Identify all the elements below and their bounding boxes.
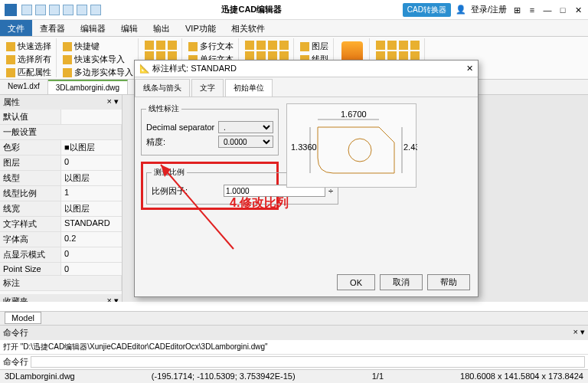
user-icon[interactable]: 👤 [456,5,466,15]
scale-legend: 测量比例 [152,167,187,178]
qa-icon[interactable] [21,5,32,15]
selectall-icon [6,55,15,64]
model-tab[interactable]: Model [5,312,41,324]
dim-left: 1.3360 [291,142,317,152]
status-coords: (-195.1714; -110.5309; 3.753942E-15) [152,372,296,381]
dim-icon[interactable] [268,41,277,50]
prop-linetype: 线型 [0,171,61,185]
match-icon [6,68,15,77]
cad-convert-badge[interactable]: CAD转换器 [403,3,451,17]
dim-top: 1.6700 [341,110,367,119]
edit-icon[interactable] [387,41,397,50]
prop-ltscale-val[interactable]: 1 [61,186,122,201]
prop-pointsize: Point Size [0,263,61,275]
ribbon-entityimport[interactable]: 快速实体导入 [63,53,133,66]
select-icon [6,42,15,51]
minimize-icon[interactable]: — [542,5,553,15]
tab-convert[interactable]: 编辑 [113,20,145,36]
qa-icon[interactable] [35,5,46,15]
precision-select[interactable]: 0.0000 [218,136,273,148]
shape-icon[interactable] [145,41,154,50]
prop-ltscale: 线型比例 [0,186,61,201]
ok-button[interactable]: OK [337,274,375,290]
prop-linetype-val[interactable]: 以图层 [61,171,122,185]
edit-icon[interactable] [376,41,385,50]
cmd-history: 打开 "D:\迅捷CAD编辑器\XunjieCADEditor\CADEdito… [0,340,588,354]
maximize-icon[interactable]: □ [557,5,568,15]
cancel-button[interactable]: 取消 [380,274,423,290]
dialog-title: 标注样式: STANDARD [152,64,237,73]
qa-icon[interactable] [90,5,101,15]
edit-icon[interactable] [410,41,420,50]
qa-icon[interactable] [63,5,74,15]
ribbon-selectall[interactable]: 选择所有 [6,53,51,66]
dlgtab-units[interactable]: 初始单位 [225,79,273,97]
ribbon-quickselect[interactable]: 快速选择 [6,40,51,53]
prop-color-val[interactable]: ■以图层 [61,140,122,155]
cmd-input[interactable] [31,356,585,368]
prop-color: 色彩 [0,140,61,155]
favorites-title: 收藏夹 [3,296,28,302]
cmd-close-icon[interactable]: × ▾ [573,327,585,339]
ribbon-matchprops[interactable]: 匹配属性 [6,66,51,79]
annotation-section[interactable]: 标注 [0,276,122,290]
props-title: 属性 [3,97,20,108]
ribbon-polyimport[interactable]: 多边形实体导入 [63,66,133,79]
dialog-icon: 📐 [139,64,150,73]
close-icon[interactable]: ✕ [573,5,583,15]
prop-pointsize-val[interactable]: 0 [61,263,122,275]
menu-icon[interactable]: ≡ [527,5,537,15]
ribbon-shortcut[interactable]: 快捷键 [63,40,133,53]
dim-icon[interactable] [279,41,289,50]
pane-close-icon[interactable]: × ▾ [107,97,119,108]
key-icon [63,42,72,51]
help-button[interactable]: 帮助 [427,274,470,290]
tab-editor[interactable]: 编辑器 [73,20,113,36]
dialog-close-icon[interactable]: ✕ [466,64,473,74]
tab-viewer[interactable]: 查看器 [32,20,73,36]
layer-icon [300,42,309,51]
pane-close-icon[interactable]: × ▾ [107,296,119,302]
login-link[interactable]: 登录/注册 [471,4,507,15]
prop-textstyle-val[interactable]: STANDARD [61,217,122,231]
factor-label: 比例因子: [152,185,220,197]
filetab-lambo[interactable]: 3DLamborgini.dwg [48,80,128,94]
prop-lineweight-val[interactable]: 以图层 [61,201,122,216]
dimstyle-dialog: 📐 标注样式: STANDARD ✕ 线条与箭头 文字 初始单位 线性标注 De… [134,60,479,297]
shape-icon[interactable] [156,41,165,50]
status-dim: 180.6008 x 141.5804 x 173.8424 [460,372,583,381]
tab-file[interactable]: 文件 [0,20,32,36]
dlgtab-lines[interactable]: 线条与箭头 [135,79,190,97]
prop-pointmode-val[interactable]: 0 [61,247,122,262]
dlgtab-text[interactable]: 文字 [191,79,224,97]
precision-label: 精度: [146,136,215,148]
decimal-label: Decimal separator [146,123,215,132]
quick-toolbar [21,5,101,15]
qa-icon[interactable] [49,5,60,15]
ribbon-layer[interactable]: 图层 [300,40,328,53]
tab-output[interactable]: 输出 [145,20,178,36]
general-section[interactable]: 一般设置 [0,125,122,139]
decimal-select[interactable]: . [218,121,273,133]
tab-vip[interactable]: VIP功能 [178,20,224,36]
dim-icon[interactable] [245,41,254,50]
import-icon [63,55,72,64]
ribbon-tabs: 文件 查看器 编辑器 编辑 输出 VIP功能 相关软件 [0,20,588,37]
edit-icon[interactable] [399,41,408,50]
ribbon-mtext[interactable]: 多行文本 [188,40,234,53]
cmd-prompt: 命令行 [3,356,28,368]
tab-related[interactable]: 相关软件 [224,20,273,36]
dim-icon[interactable] [256,41,266,50]
poly-icon [63,68,72,77]
settings-icon[interactable]: ⊞ [511,5,522,15]
filetab-new1[interactable]: New1.dxf [0,80,48,94]
linear-fieldset: 线性标注 Decimal separator. 精度:0.0000 [141,103,279,155]
text-icon [188,42,198,51]
qa-icon[interactable] [77,5,87,15]
shape-icon[interactable] [168,41,177,50]
annotation-text: 4.修改比列 [230,195,289,211]
prop-textstyle: 文字样式 [0,217,61,231]
cmd-title: 命令行 [3,327,28,339]
prop-textheight-val[interactable]: 0.2 [61,232,122,247]
prop-layer-val[interactable]: 0 [61,155,122,170]
